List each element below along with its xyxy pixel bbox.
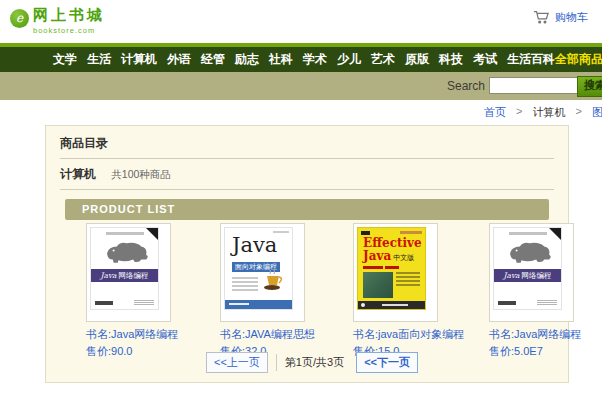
- pagination-divider: [276, 354, 277, 371]
- decor-lines: [396, 272, 420, 298]
- product-card[interactable]: Java网络编程: [86, 223, 171, 322]
- main-nav: 文学生活计算机外语经管励志社科学术少儿艺术原版科技考试生活百科 全部商品: [0, 47, 602, 72]
- product-item: Java网络编程 书名:Java网络编程 售价:5.0E7: [489, 223, 602, 359]
- header: e 网上书城 bookstore.com 购物车: [0, 0, 602, 43]
- animal-illustration: [99, 240, 151, 268]
- nav-item[interactable]: 考试: [473, 51, 497, 68]
- logo-icon: e: [10, 9, 29, 28]
- product-price: 售价:90.0: [86, 344, 221, 359]
- product-list-header: PRODUCT LIST: [65, 199, 549, 220]
- decor-line: [537, 300, 557, 305]
- product-card[interactable]: Java 面向对象编程: [220, 223, 305, 322]
- decor-line: [273, 231, 289, 233]
- cover-photo: [363, 272, 393, 298]
- cover-title-band: Java网络编程: [494, 269, 561, 282]
- breadcrumb-separator: >: [575, 105, 581, 120]
- corner-fold-decor: [146, 228, 158, 240]
- product-name-link[interactable]: 书名:java面向对象编程: [353, 327, 488, 342]
- book-cover-java-network: Java网络编程: [90, 227, 159, 310]
- nav-item[interactable]: 原版: [405, 51, 429, 68]
- publisher-mark: [498, 301, 516, 305]
- search-bar: Search 搜索: [0, 72, 602, 100]
- coffee-cup-illustration: [260, 266, 287, 293]
- content-box: 商品目录 计算机 共100种商品 PRODUCT LIST Java网络编程: [45, 125, 569, 383]
- search-label: Search: [447, 79, 485, 93]
- nav-item[interactable]: 计算机: [121, 51, 157, 68]
- category-name: 计算机: [60, 167, 96, 181]
- cover-title-line1: Effective: [363, 237, 425, 249]
- product-item: Effective Java中文版: [353, 223, 488, 359]
- cover-title-band: Java网络编程: [91, 269, 158, 282]
- breadcrumb-category: 计算机: [532, 105, 565, 120]
- breadcrumb: 首页 > 计算机 > 图: [484, 105, 602, 120]
- cover-title: Java: [232, 235, 292, 255]
- decor-line: [229, 303, 249, 305]
- decor-line: [106, 232, 144, 235]
- book-cover-java-network: Java网络编程: [493, 227, 562, 310]
- product-card[interactable]: Java网络编程: [489, 223, 574, 322]
- logo-subtitle: bookstore.com: [33, 26, 105, 35]
- nav-item[interactable]: 学术: [303, 51, 327, 68]
- nav-items: 文学生活计算机外语经管励志社科学术少儿艺术原版科技考试生活百科: [53, 51, 555, 68]
- nav-item[interactable]: 少儿: [337, 51, 361, 68]
- cover-footer-band: [358, 301, 425, 309]
- pagination: <<上一页 第1页/共3页 <<下一页: [206, 352, 418, 373]
- prev-page-button[interactable]: <<上一页: [206, 352, 268, 373]
- publisher-mark: [361, 231, 370, 235]
- nav-item-all-products[interactable]: 全部商品: [555, 51, 602, 68]
- cover-footer-band: [225, 300, 292, 309]
- next-page-button[interactable]: <<下一页: [356, 352, 418, 373]
- cover-top-row: [358, 228, 425, 235]
- page: e 网上书城 bookstore.com 购物车 文学生活计算机外语经管励志社科…: [0, 0, 602, 400]
- animal-illustration: [502, 240, 554, 268]
- cover-footer: [95, 300, 154, 305]
- search-input[interactable]: [489, 77, 578, 94]
- nav-item[interactable]: 外语: [167, 51, 191, 68]
- corner-fold-decor: [549, 228, 561, 240]
- breadcrumb-home[interactable]: 首页: [484, 105, 506, 120]
- catalog-title: 商品目录: [60, 126, 554, 159]
- nav-item[interactable]: 科技: [439, 51, 463, 68]
- cover-footer: [498, 300, 557, 305]
- decor-line: [382, 304, 408, 306]
- publisher-logo: [361, 303, 365, 307]
- category-count: 共100种商品: [111, 168, 171, 180]
- nav-item[interactable]: 经管: [201, 51, 225, 68]
- cart-label: 购物车: [555, 10, 588, 25]
- nav-item[interactable]: 励志: [235, 51, 259, 68]
- publisher-mark: [95, 301, 113, 305]
- product-item: Java 面向对象编程 书名:JAVA编程思想 售价:32.0: [220, 223, 355, 359]
- product-name-link[interactable]: 书名:Java网络编程: [489, 327, 602, 342]
- breadcrumb-separator: >: [516, 105, 522, 120]
- nav-item[interactable]: 文学: [53, 51, 77, 68]
- breadcrumb-current-partial[interactable]: 图: [592, 105, 602, 120]
- book-cover-java-oop: Java 面向对象编程: [224, 227, 293, 310]
- cart-icon: [532, 9, 550, 25]
- nav-item[interactable]: 社科: [269, 51, 293, 68]
- product-name-link[interactable]: 书名:Java网络编程: [86, 327, 221, 342]
- site-logo[interactable]: e 网上书城 bookstore.com: [10, 6, 105, 35]
- decor-line: [509, 232, 547, 235]
- decor-lines: [363, 266, 425, 269]
- cover-middle: [363, 272, 425, 298]
- search-button[interactable]: 搜索: [577, 76, 602, 97]
- nav-item[interactable]: 生活百科: [507, 51, 555, 68]
- category-row: 计算机 共100种商品: [60, 159, 554, 190]
- product-item: Java网络编程 书名:Java网络编程 售价:90.0: [86, 223, 221, 359]
- product-name-link[interactable]: 书名:JAVA编程思想: [220, 327, 355, 342]
- decor-line: [134, 300, 154, 305]
- logo-title: 网上书城: [33, 6, 105, 25]
- logo-texts: 网上书城 bookstore.com: [33, 6, 105, 35]
- book-cover-effective-java: Effective Java中文版: [357, 227, 426, 310]
- page-info: 第1页/共3页: [285, 355, 344, 370]
- cover-title-line2: Java中文版: [363, 249, 425, 264]
- cart-link[interactable]: 购物车: [532, 9, 588, 25]
- product-price: 售价:5.0E7: [489, 344, 602, 359]
- product-card[interactable]: Effective Java中文版: [353, 223, 438, 322]
- nav-item[interactable]: 生活: [87, 51, 111, 68]
- nav-item[interactable]: 艺术: [371, 51, 395, 68]
- decor-line: [400, 231, 422, 234]
